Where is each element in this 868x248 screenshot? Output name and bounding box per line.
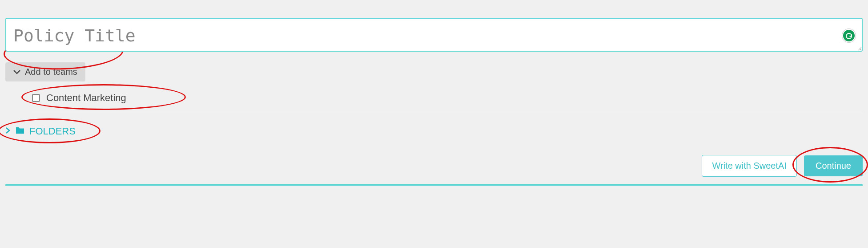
policy-title-wrapper	[5, 18, 863, 53]
teams-list: Content Marketing	[32, 92, 863, 112]
team-item[interactable]: Content Marketing	[32, 92, 863, 104]
action-bar: Write with SweetAI Continue	[5, 155, 863, 177]
team-checkbox[interactable]	[32, 94, 40, 102]
folder-icon	[15, 126, 25, 137]
write-with-ai-button[interactable]: Write with SweetAI	[702, 155, 796, 177]
continue-button[interactable]: Continue	[804, 155, 863, 176]
team-label: Content Marketing	[46, 92, 126, 104]
add-to-teams-toggle[interactable]: Add to teams	[5, 62, 85, 81]
policy-title-input[interactable]	[5, 18, 863, 52]
grammarly-icon[interactable]	[842, 29, 856, 42]
folders-toggle[interactable]: FOLDERS	[5, 126, 76, 137]
chevron-right-icon	[5, 127, 11, 136]
folders-label: FOLDERS	[29, 126, 76, 137]
continue-label: Continue	[816, 161, 851, 171]
write-with-ai-label: Write with SweetAI	[712, 161, 786, 171]
chevron-down-icon	[13, 68, 20, 76]
add-to-teams-label: Add to teams	[25, 67, 77, 77]
bottom-divider	[5, 184, 863, 186]
